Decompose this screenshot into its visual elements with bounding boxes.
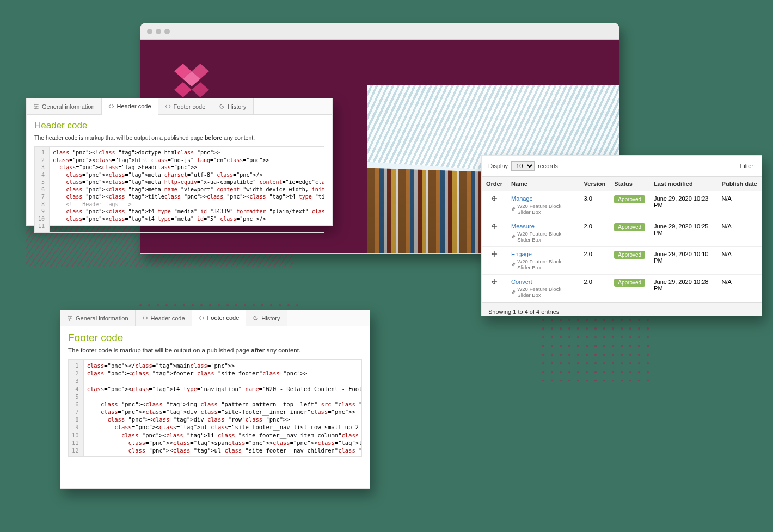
code-editor[interactable]: 1234567891011 class="pnc"><!class="tag">… — [34, 146, 324, 233]
desc-text: any content. — [265, 347, 300, 354]
status-badge: Approved — [614, 251, 645, 259]
col-modified[interactable]: Last modified — [649, 177, 717, 191]
tab-label: Header code — [117, 103, 151, 109]
records-label: records — [538, 163, 558, 169]
table-row: MeasureW20 Feature Block Slider Box2.0Ap… — [482, 219, 762, 247]
brand-logo-icon — [174, 64, 209, 97]
cell-status: Approved — [610, 247, 649, 275]
line-gutter: 123456789101112 — [69, 360, 84, 456]
cell-modified: June 29, 2020 10:23 PM — [649, 191, 717, 219]
code-icon — [165, 103, 171, 109]
col-order[interactable]: Order — [482, 177, 507, 191]
content-table-panel: Display 10 records Filter: Order Name Ve… — [481, 155, 762, 316]
tab-history[interactable]: History — [246, 310, 287, 326]
status-badge: Approved — [614, 195, 645, 203]
code-content[interactable]: class="pnc"></class="tag">mainclass="pnc… — [84, 360, 361, 456]
cell-modified: June 29, 2020 10:25 PM — [649, 219, 717, 247]
reorder-handle[interactable] — [482, 191, 507, 219]
content-link[interactable]: Engage — [511, 251, 575, 257]
cell-name: ConvertW20 Feature Block Slider Box — [507, 275, 580, 302]
col-status[interactable]: Status — [610, 177, 649, 191]
content-type-label: W20 Feature Block Slider Box — [511, 231, 575, 243]
cell-version: 2.0 — [580, 219, 610, 247]
code-icon — [142, 315, 148, 321]
tab-bar: General information Header code Footer c… — [27, 98, 332, 115]
cell-publish: N/A — [717, 247, 762, 275]
panel-description: The footer code is markup that will be o… — [68, 347, 362, 354]
cell-name: EngageW20 Feature Block Slider Box — [507, 247, 580, 275]
cell-name: ManageW20 Feature Block Slider Box — [507, 191, 580, 219]
tab-header-code[interactable]: Header code — [136, 310, 192, 326]
desc-strong: after — [251, 347, 265, 354]
reorder-handle[interactable] — [482, 247, 507, 275]
table-summary: Showing 1 to 4 of 4 entries — [482, 302, 762, 316]
content-type-label: W20 Feature Block Slider Box — [511, 258, 575, 270]
table-row: ManageW20 Feature Block Slider Box3.0App… — [482, 191, 762, 219]
cell-publish: N/A — [717, 275, 762, 302]
code-icon — [108, 103, 114, 109]
content-link[interactable]: Convert — [511, 279, 575, 285]
line-gutter: 1234567891011 — [35, 147, 50, 232]
cell-status: Approved — [610, 219, 649, 247]
col-version[interactable]: Version — [580, 177, 610, 191]
col-publish[interactable]: Publish date — [717, 177, 762, 191]
cell-status: Approved — [610, 191, 649, 219]
tab-label: History — [261, 315, 280, 321]
cell-modified: June 29, 2020 10:10 PM — [649, 247, 717, 275]
tab-general-information[interactable]: General information — [27, 98, 102, 114]
traffic-light-close-icon[interactable] — [147, 29, 152, 34]
cell-publish: N/A — [717, 219, 762, 247]
content-type-label: W20 Feature Block Slider Box — [511, 203, 575, 215]
content-type-label: W20 Feature Block Slider Box — [511, 286, 575, 298]
sliders-icon — [33, 103, 39, 109]
history-icon — [219, 103, 225, 109]
desc-strong: before — [205, 134, 222, 141]
code-editor[interactable]: 123456789101112 class="pnc"></class="tag… — [68, 359, 362, 457]
display-label: Display — [488, 163, 508, 169]
tab-footer-code[interactable]: Footer code — [192, 310, 247, 326]
cell-modified: June 29, 2020 10:28 PM — [649, 275, 717, 302]
reorder-handle[interactable] — [482, 219, 507, 247]
panel-title: Footer code — [68, 332, 362, 344]
tab-history[interactable]: History — [212, 98, 253, 114]
panel-title: Header code — [34, 120, 324, 131]
tab-label: Footer code — [207, 314, 240, 321]
tab-label: History — [228, 103, 246, 110]
table-row: ConvertW20 Feature Block Slider Box2.0Ap… — [482, 275, 762, 302]
cell-name: MeasureW20 Feature Block Slider Box — [507, 219, 580, 247]
pattern-dots-right — [539, 316, 653, 381]
tab-general-information[interactable]: General information — [60, 310, 136, 326]
col-name[interactable]: Name — [507, 177, 580, 191]
header-code-panel: General information Header code Footer c… — [26, 98, 333, 226]
desc-text: The footer code is markup that will be o… — [68, 347, 251, 354]
traffic-light-zoom-icon[interactable] — [164, 29, 170, 34]
reorder-handle[interactable] — [482, 275, 507, 302]
tab-footer-code[interactable]: Footer code — [158, 98, 213, 114]
table-toolbar: Display 10 records Filter: — [482, 156, 762, 176]
cell-version: 2.0 — [580, 247, 610, 275]
browser-titlebar — [140, 23, 619, 40]
content-table: Order Name Version Status Last modified … — [482, 176, 762, 302]
status-badge: Approved — [614, 279, 645, 287]
panel-description: The header code is markup that will be o… — [34, 134, 324, 141]
cell-version: 2.0 — [580, 275, 610, 302]
cell-status: Approved — [610, 275, 649, 302]
page-size-select[interactable]: 10 — [511, 161, 535, 171]
cell-version: 3.0 — [580, 191, 610, 219]
tab-label: Header code — [151, 315, 185, 321]
content-link[interactable]: Measure — [511, 223, 575, 230]
history-icon — [253, 315, 259, 321]
sliders-icon — [67, 315, 73, 321]
table-row: EngageW20 Feature Block Slider Box2.0App… — [482, 247, 762, 275]
tab-header-code[interactable]: Header code — [102, 98, 158, 115]
code-content[interactable]: class="pnc"><!class="tag">doctype htmlcl… — [50, 147, 324, 232]
content-link[interactable]: Manage — [511, 195, 575, 202]
tab-label: Footer code — [174, 103, 206, 110]
tab-label: General information — [76, 315, 128, 321]
desc-text: The header code is markup that will be o… — [34, 134, 205, 141]
traffic-light-minimize-icon[interactable] — [156, 29, 161, 34]
tab-bar: General information Header code Footer c… — [60, 310, 370, 326]
desc-text: any content. — [222, 134, 255, 141]
code-icon — [199, 315, 205, 321]
cell-publish: N/A — [717, 191, 762, 219]
